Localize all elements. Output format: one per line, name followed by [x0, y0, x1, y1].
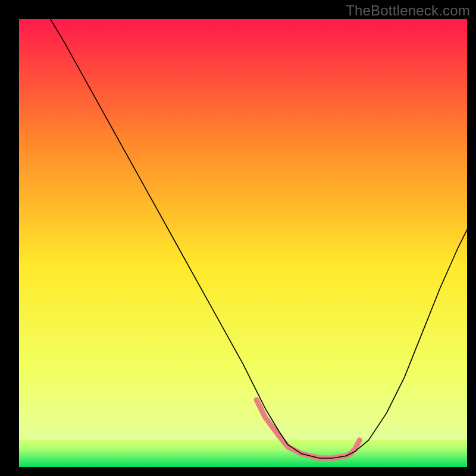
watermark-text: TheBottleneck.com: [346, 2, 470, 19]
gradient-background: [19, 19, 467, 467]
chart-frame: TheBottleneck.com: [0, 0, 476, 476]
bottom-green-band: [19, 440, 467, 467]
plot-area: [19, 19, 467, 467]
chart-svg: [19, 19, 467, 467]
